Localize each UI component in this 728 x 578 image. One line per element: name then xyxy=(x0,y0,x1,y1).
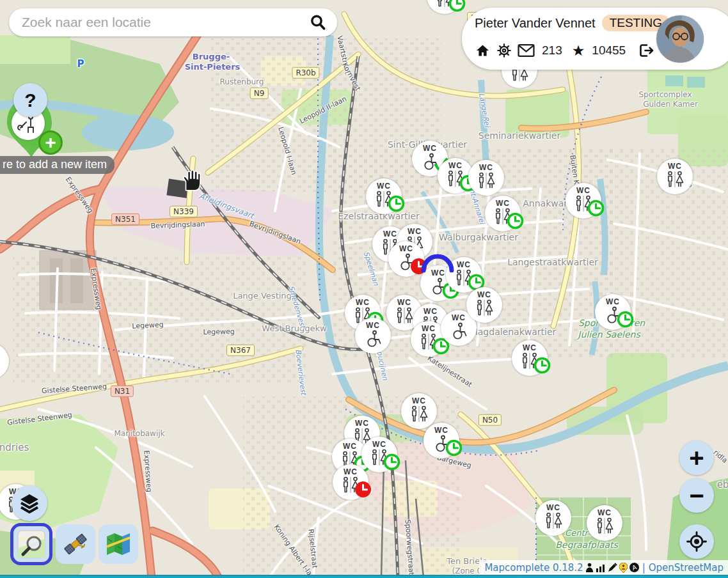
toilet-marker[interactable]: WC xyxy=(566,183,601,219)
toilet-marker[interactable]: WC xyxy=(446,257,482,293)
toilet-marker[interactable]: WC xyxy=(587,505,622,541)
toilet-marker[interactable]: WC xyxy=(423,423,459,458)
openstreetmap-link[interactable]: OpenStreetMap xyxy=(649,562,724,574)
mapcomplete-version-link[interactable]: Mapcomplete 0.18.2 xyxy=(484,562,583,574)
toilet-marker-label: WC xyxy=(431,269,445,277)
attribution-bar: Mapcomplete 0.18.2 A | OpenStreetMap xyxy=(479,560,728,575)
user-name[interactable]: Pieter Vander Vennet xyxy=(475,16,596,31)
male-female-toilet-icon xyxy=(409,405,429,423)
zoom-in-button[interactable]: + xyxy=(679,441,714,475)
satellite-icon xyxy=(61,530,90,558)
toilet-marker-label: WC xyxy=(408,228,422,235)
changesets-button[interactable]: ★ xyxy=(572,43,585,58)
toilet-marker-label: WC xyxy=(477,291,491,299)
bottom-bar xyxy=(0,575,728,578)
toilet-marker-label: WC xyxy=(606,298,620,306)
geolocate-button[interactable] xyxy=(679,524,714,559)
license-icon[interactable]: A xyxy=(628,561,640,574)
add-item-plus-button[interactable]: + xyxy=(38,130,63,155)
search-input[interactable] xyxy=(20,14,308,31)
opening-hours-closed-icon xyxy=(354,481,372,498)
toilet-marker[interactable]: WC xyxy=(512,340,548,376)
opening-hours-open-icon xyxy=(534,357,551,374)
toilet-marker-label: WC xyxy=(355,419,369,427)
toilet-marker[interactable]: WC xyxy=(401,393,437,429)
mapcomplete-logo-icon[interactable] xyxy=(619,563,628,573)
messages-button[interactable] xyxy=(518,43,535,58)
toilet-marker[interactable]: WC xyxy=(333,464,368,500)
toilet-marker-label: WC xyxy=(366,322,380,329)
layers-icon xyxy=(18,492,41,515)
edit-icon[interactable] xyxy=(608,563,617,572)
background-osm-button[interactable] xyxy=(10,523,52,565)
background-satellite-button[interactable] xyxy=(56,524,95,564)
toilet-marker-label: WC xyxy=(457,261,471,269)
toilet-marker-label: WC xyxy=(377,182,391,190)
user-panel: Pieter Vander Vennet TESTING xyxy=(462,8,728,70)
toilet-marker[interactable]: WC xyxy=(366,178,402,214)
envelope-icon xyxy=(518,43,535,58)
help-button[interactable]: ? xyxy=(13,83,47,117)
osm-carto-icon xyxy=(17,529,46,559)
male-female-toilet-icon xyxy=(595,517,614,535)
toilet-marker[interactable]: WC xyxy=(388,241,424,277)
crosshair-icon xyxy=(686,531,708,552)
logout-button[interactable] xyxy=(638,43,654,58)
toilet-marker[interactable]: WC xyxy=(427,0,463,14)
toilet-marker[interactable]: WC xyxy=(657,159,693,194)
logout-icon xyxy=(638,43,654,58)
toilet-marker[interactable]: WC xyxy=(535,500,571,536)
toilet-marker-label: WC xyxy=(397,299,411,306)
toilet-marker[interactable]: WC xyxy=(361,437,397,473)
search-bar xyxy=(9,8,337,36)
toilet-marker-label: WC xyxy=(479,164,493,171)
opening-hours-open-icon xyxy=(448,0,466,12)
toilet-marker-label: WC xyxy=(344,468,358,476)
toilet-marker-label: WC xyxy=(452,314,466,322)
layers-button[interactable] xyxy=(12,485,47,521)
search-icon xyxy=(309,13,327,31)
male-female-toilet-icon xyxy=(475,299,494,316)
background-chooser xyxy=(10,524,138,565)
attribution-separator: | xyxy=(642,562,645,574)
map-icon xyxy=(104,530,132,558)
wheelchair-toilet-icon xyxy=(450,322,468,340)
toilet-marker-label: WC xyxy=(399,245,413,253)
stats-icon[interactable] xyxy=(596,563,606,572)
map-canvas[interactable]: N9 R30b N339 N351 N31 N367 N376 N50 Brug… xyxy=(0,0,728,578)
toilet-marker-label: WC xyxy=(668,162,682,170)
home-button[interactable] xyxy=(475,43,491,58)
toilet-marker-label: WC xyxy=(576,187,590,194)
toilet-marker-label: WC xyxy=(523,344,537,352)
toilet-marker[interactable]: WC xyxy=(0,343,9,379)
toilet-marker-label: WC xyxy=(434,426,448,434)
toilet-marker-label: WC xyxy=(422,325,436,332)
user-avatar[interactable] xyxy=(656,15,704,63)
toilet-marker[interactable]: WC xyxy=(468,160,504,196)
opening-hours-open-icon xyxy=(445,439,463,457)
toilet-marker-label: WC xyxy=(383,230,397,238)
toilet-marker[interactable]: WC xyxy=(466,287,502,323)
toilet-marker[interactable]: WC xyxy=(355,318,391,354)
zoom-out-button[interactable]: − xyxy=(679,478,714,513)
toilet-marker-label: WC xyxy=(372,441,386,448)
male-female-toilet-icon xyxy=(477,172,496,189)
male-female-toilet-icon xyxy=(665,171,684,188)
male-female-toilet-icon xyxy=(544,512,563,529)
toilet-marker[interactable]: WC xyxy=(485,196,521,231)
background-map-button[interactable] xyxy=(99,524,138,564)
changesets-count: 10455 xyxy=(592,43,626,58)
poi-markers: WC xyxy=(0,0,728,578)
add-item-tooltip: re to add a new item xyxy=(0,156,115,174)
contributors-icon[interactable] xyxy=(585,563,594,572)
toilet-marker[interactable]: WC xyxy=(595,294,631,330)
star-icon: ★ xyxy=(572,43,585,58)
opening-hours-open-icon xyxy=(383,453,400,471)
search-button[interactable] xyxy=(308,12,328,33)
toilet-marker-label: WC xyxy=(423,144,437,152)
settings-button[interactable] xyxy=(496,43,512,58)
toilet-marker-label: WC xyxy=(423,308,438,315)
opening-hours-open-icon xyxy=(507,212,524,230)
opening-hours-open-icon xyxy=(617,311,634,328)
toilet-marker-label: WC xyxy=(412,397,426,405)
